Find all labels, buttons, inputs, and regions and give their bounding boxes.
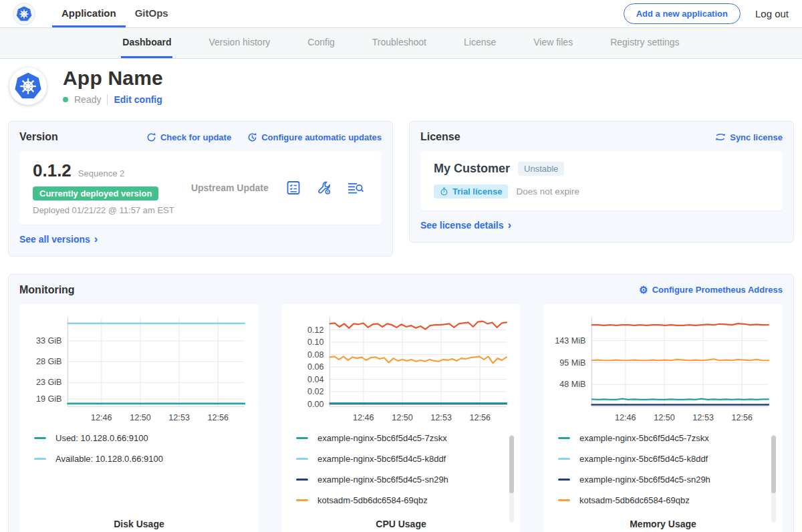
configure-automatic-updates-link[interactable]: Configure automatic updates <box>247 132 382 142</box>
check-for-update-link[interactable]: Check for update <box>146 132 231 142</box>
subnav-tab-registry-settings[interactable]: Registry settings <box>609 28 680 58</box>
subnav-tab-license[interactable]: License <box>462 28 497 58</box>
legend-label: Available: 10.128.0.66:9100 <box>55 454 163 464</box>
legend-swatch <box>558 479 570 481</box>
legend-swatch <box>34 458 46 460</box>
version-card: Version Check for update <box>8 121 393 257</box>
svg-text:95 MiB: 95 MiB <box>559 358 585 367</box>
svg-text:12:56: 12:56 <box>731 413 753 422</box>
svg-text:0.12: 0.12 <box>307 325 324 334</box>
edit-config-link[interactable]: Edit config <box>114 94 162 105</box>
legend-item: Available: 10.128.0.66:9100 <box>34 454 252 464</box>
svg-text:12:56: 12:56 <box>469 413 491 422</box>
svg-text:0.04: 0.04 <box>307 374 324 384</box>
license-card: License Sync license My Customer Unstabl… <box>409 121 794 243</box>
legend-label: example-nginx-5bc6f5d4c5-sn29h <box>317 475 448 485</box>
legend-label: example-nginx-5bc6f5d4c5-sn29h <box>579 475 710 485</box>
legend-swatch <box>296 458 308 460</box>
legend-swatch <box>558 437 570 439</box>
svg-text:12:46: 12:46 <box>353 413 374 422</box>
monitoring-title: Monitoring <box>19 284 75 296</box>
version-number: 0.1.2 <box>33 160 72 181</box>
legend-label: example-nginx-5bc6f5d4c5-k8ddf <box>317 454 446 464</box>
configure-prometheus-link[interactable]: ⚙ Configure Prometheus Address <box>639 285 783 295</box>
chart-title: Memory Usage <box>550 519 776 529</box>
svg-text:12:56: 12:56 <box>207 413 229 422</box>
legend-item: kotsadm-5db6dc6584-69qbz <box>558 495 776 505</box>
legend-label: Used: 10.128.0.66:9100 <box>55 433 148 443</box>
subnav-tab-view-files[interactable]: View files <box>532 28 574 58</box>
legend-item: example-nginx-5bc6f5d4c5-k8ddf <box>296 454 514 464</box>
customer-name: My Customer <box>434 162 510 176</box>
gear-icon: ⚙ <box>639 285 648 295</box>
legend-swatch <box>296 499 308 501</box>
subnav-tab-troubleshoot[interactable]: Troubleshoot <box>371 28 428 58</box>
monitoring-panel: Monitoring ⚙ Configure Prometheus Addres… <box>8 274 794 532</box>
legend-item: example-nginx-5bc6f5d4c5-sn29h <box>558 475 776 485</box>
status-ready-dot <box>63 97 68 102</box>
svg-text:12:50: 12:50 <box>654 413 675 422</box>
divider <box>107 94 108 105</box>
release-notes-icon[interactable] <box>285 180 301 196</box>
chart-legend: example-nginx-5bc6f5d4c5-7zskx example-n… <box>288 433 514 516</box>
deploy-logs-icon[interactable] <box>347 180 364 196</box>
svg-text:33 GiB: 33 GiB <box>36 336 62 345</box>
trial-license-badge: Trial license <box>434 184 508 198</box>
chart-card-cpu-usage: 12:4612:5012:5312:560.120.100.080.060.04… <box>281 304 521 532</box>
see-all-versions-link[interactable]: See all versions › <box>19 233 98 245</box>
currently-deployed-badge: Currently deployed version <box>33 186 158 201</box>
line-chart: 12:4612:5012:5312:56143 MiB95 MiB48 MiB <box>550 311 776 424</box>
legend-scrollbar[interactable] <box>771 436 776 493</box>
legend-swatch <box>558 458 570 460</box>
svg-text:12:50: 12:50 <box>392 413 413 422</box>
chevron-right-icon: › <box>94 233 98 245</box>
legend-swatch <box>296 437 308 439</box>
legend-item: Used: 10.128.0.66:9100 <box>34 433 252 443</box>
deployed-timestamp: Deployed 01/21/22 @ 11:57 am EST <box>33 205 174 215</box>
legend-swatch <box>296 479 308 481</box>
svg-text:12:46: 12:46 <box>91 413 112 422</box>
svg-text:12:50: 12:50 <box>130 413 151 422</box>
license-expiry: Does not expire <box>516 186 579 196</box>
subnav-tab-dashboard[interactable]: Dashboard <box>121 28 172 58</box>
legend-swatch <box>558 499 570 501</box>
svg-text:23 GiB: 23 GiB <box>36 378 62 387</box>
logout-button[interactable]: Log out <box>755 8 789 19</box>
legend-label: example-nginx-5bc6f5d4c5-7zskx <box>317 433 447 443</box>
version-source-label: Upstream Update <box>191 182 269 193</box>
svg-text:0.06: 0.06 <box>307 362 324 372</box>
svg-text:0.10: 0.10 <box>307 338 324 347</box>
version-sequence: Sequence 2 <box>78 168 124 178</box>
svg-text:12:53: 12:53 <box>692 413 714 422</box>
channel-badge: Unstable <box>518 162 564 176</box>
sync-license-link[interactable]: Sync license <box>715 132 783 142</box>
subnav-tab-config[interactable]: Config <box>306 28 336 58</box>
line-chart: 12:4612:5012:5312:5633 GiB28 GiB23 GiB19… <box>26 311 252 424</box>
legend-label: kotsadm-5db6dc6584-69qbz <box>579 495 690 505</box>
chart-legend: example-nginx-5bc6f5d4c5-7zskx example-n… <box>550 433 776 516</box>
legend-item: example-nginx-5bc6f5d4c5-7zskx <box>558 433 776 443</box>
topnav-tab-application[interactable]: Application <box>52 0 126 27</box>
charts-grid: 12:4612:5012:5312:5633 GiB28 GiB23 GiB19… <box>19 304 783 532</box>
svg-text:0.02: 0.02 <box>307 387 324 396</box>
subnav-tab-version-history[interactable]: Version history <box>207 28 271 58</box>
topnav-spacer <box>178 0 624 27</box>
top-nav: Application GitOps Add a new application… <box>0 0 802 28</box>
svg-text:12:53: 12:53 <box>168 413 190 422</box>
chart-legend: Used: 10.128.0.66:9100 Available: 10.128… <box>26 433 252 516</box>
see-license-details-link[interactable]: See license details › <box>420 219 511 231</box>
license-card-title: License <box>420 131 460 143</box>
legend-label: kotsadm-5db6dc6584-69qbz <box>317 495 428 505</box>
line-chart: 12:4612:5012:5312:560.120.100.080.060.04… <box>288 311 514 424</box>
legend-scrollbar[interactable] <box>509 436 514 493</box>
add-application-button[interactable]: Add a new application <box>624 3 741 24</box>
topnav-tab-gitops[interactable]: GitOps <box>126 0 178 27</box>
svg-text:0.08: 0.08 <box>307 350 324 359</box>
app-sub-nav: DashboardVersion historyConfigTroublesho… <box>0 28 802 59</box>
legend-label: example-nginx-5bc6f5d4c5-7zskx <box>579 433 709 443</box>
legend-item: example-nginx-5bc6f5d4c5-k8ddf <box>558 454 776 464</box>
svg-text:0.00: 0.00 <box>307 399 324 408</box>
version-card-title: Version <box>19 131 58 143</box>
brand-logo[interactable] <box>13 0 35 27</box>
config-wrench-icon[interactable] <box>316 180 332 196</box>
